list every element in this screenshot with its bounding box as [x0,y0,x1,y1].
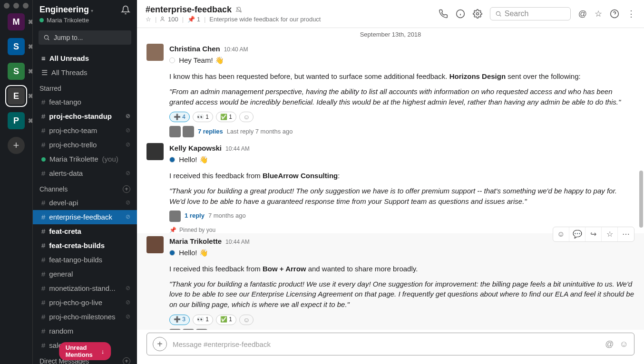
thread-reply-avatar [169,329,181,330]
sidebar-item[interactable]: #monetization-stand...⊘ [33,281,137,296]
sidebar-item[interactable]: #alerts-data⊘ [33,166,137,181]
message-text: I know this has been requested before, b… [169,71,634,82]
current-user-status[interactable]: Maria Trikolette [33,17,137,29]
presence-dot-icon [39,18,44,22]
workspace-square[interactable]: S⌘3 [8,63,25,80]
sidebar-item[interactable]: #random [33,324,137,338]
thread-summary[interactable]: 1 reply 7 months ago [169,211,634,222]
reaction[interactable]: 👀 1 [193,315,213,325]
svg-point-1 [162,17,164,19]
star-icon[interactable]: ☆ [602,227,618,241]
notifications-icon[interactable] [121,5,130,15]
pinned-label: Pinned by you [179,227,215,233]
status-emoji [169,157,175,163]
thread-summary[interactable]: 3 replies Last reply 7 months ago [169,329,634,330]
user-avatar[interactable] [146,236,164,253]
scrollbar-thumb[interactable] [639,171,643,228]
message-composer[interactable]: + Message #enterprise-feedback @ ☺ [146,333,634,355]
sidebar-item[interactable]: #general [33,267,137,281]
workspace-square[interactable]: P⌘5 [8,112,25,129]
sidebar-item[interactable]: #proj-echo-go-live⊘ [33,296,137,310]
reaction[interactable]: ➕ 3 [169,315,190,325]
all-unreads[interactable]: ≡All Unreads [33,51,137,66]
message-timestamp[interactable]: 10:44 AM [225,238,250,247]
jump-to-search[interactable]: Jump to... [39,30,131,45]
add-channel-icon[interactable]: + [123,185,130,193]
add-reaction-icon[interactable]: ☺ [239,315,254,325]
message-timestamp[interactable]: 10:40 AM [224,46,248,54]
workspace-square[interactable]: M⌘1 [8,13,25,30]
channels-section-header[interactable]: Channels + [33,181,137,196]
sidebar-item[interactable]: #proj-echo-standup⊘ [33,109,137,124]
share-icon[interactable]: ↪ [585,227,602,241]
message-author[interactable]: Christina Chen [169,44,220,54]
sidebar-item[interactable]: #feat-creta-builds [33,239,137,253]
attach-icon[interactable]: + [153,337,167,351]
more-icon[interactable]: ⋮ [627,9,635,19]
user-avatar[interactable] [146,44,164,61]
reaction[interactable]: 👀 1 [193,112,213,122]
starred-section-header[interactable]: Starred [33,80,137,95]
svg-point-4 [496,11,500,15]
members-count[interactable]: 100 [160,16,178,23]
svg-point-3 [476,13,478,15]
unread-mentions-badge[interactable]: Unread Mentions↓ [59,342,111,360]
main-content: #enterprise-feedback ☆ | 100 | 📌 1 | Ent… [137,0,644,364]
thread-summary[interactable]: 7 replies Last reply 7 months ago [169,126,634,137]
star-list-icon[interactable]: ☆ [595,9,602,19]
settings-icon[interactable] [473,9,482,19]
macos-window-controls[interactable] [4,3,29,9]
composer-input[interactable]: Message #enterprise-feedback [173,340,599,348]
add-dm-icon[interactable]: + [123,357,130,364]
message-text: I received this feedback from Bow + Arro… [169,264,634,274]
add-reaction-icon[interactable]: ☺ [239,112,254,122]
all-threads[interactable]: ☰All Threads [33,66,137,80]
emoji-icon[interactable]: ☺ [620,339,628,349]
muted-icon: ⊘ [126,284,130,293]
search-input[interactable]: Search [490,7,571,20]
status-emoji [169,250,175,256]
sidebar-item[interactable]: #enterprise-feedback⊘ [33,210,137,224]
workspace-square[interactable]: E⌘4 [8,87,25,105]
add-workspace-icon[interactable]: + [8,137,25,154]
user-avatar[interactable] [146,143,164,160]
help-icon[interactable] [610,9,619,19]
sidebar-item[interactable]: #feat-tango [33,95,137,109]
sidebar-item[interactable]: #proj-echo-milestones⊘ [33,310,137,324]
reactions: ➕ 4👀 1✅ 1☺ [169,112,634,122]
thread-reply-avatar [183,126,194,137]
star-channel-icon[interactable]: ☆ [146,16,151,23]
more-actions-icon[interactable]: ⋯ [618,227,634,241]
mention-icon[interactable]: @ [605,339,614,349]
sidebar-item[interactable]: #proj-echo-trello⊘ [33,138,137,152]
channel-topic[interactable]: Enterprise wide feedback for our product [209,16,321,23]
sidebar-item[interactable]: #devel-api⊘ [33,196,137,210]
message-quote: "From an admin management perspective, h… [169,86,634,107]
muted-icon: ⊘ [126,212,130,221]
thread-icon[interactable]: 💬 [569,227,585,241]
react-icon[interactable]: ☺ [553,227,569,241]
sidebar-item[interactable]: Maria Trikolette(you) [33,152,137,166]
workspace-square[interactable]: S⌘2 [8,38,25,55]
message-timestamp[interactable]: 10:44 AM [225,145,250,153]
pins-count[interactable]: 📌 1 [187,16,200,23]
sidebar-item[interactable]: #feat-creta [33,224,137,239]
left-sidebar: Engineering▾ Maria Trikolette Jump to...… [32,0,137,364]
muted-icon: ⊘ [126,140,130,149]
message-author[interactable]: Maria Trikolette [169,236,222,247]
reaction[interactable]: ✅ 1 [216,112,236,122]
call-icon[interactable] [439,9,448,19]
sidebar-item[interactable]: #proj-echo-team⊘ [33,124,137,138]
message-author[interactable]: Kelly Kapowski [169,143,222,153]
mute-icon [235,7,242,13]
mentions-icon[interactable]: @ [578,9,587,19]
channel-name[interactable]: #enterprise-feedback [146,5,232,15]
sidebar-item[interactable]: #feat-tango-builds [33,253,137,267]
info-icon[interactable] [456,9,465,19]
reaction[interactable]: ➕ 4 [169,112,190,122]
muted-icon: ⊘ [126,112,130,121]
channel-header: #enterprise-feedback ☆ | 100 | 📌 1 | Ent… [137,0,644,28]
message: ☺ 💬 ↪ ☆ ⋯ Maria Trikolette 10:44 AM Hell… [137,233,644,330]
workspace-menu[interactable]: Engineering▾ [39,5,93,15]
reaction[interactable]: ✅ 1 [216,315,236,325]
